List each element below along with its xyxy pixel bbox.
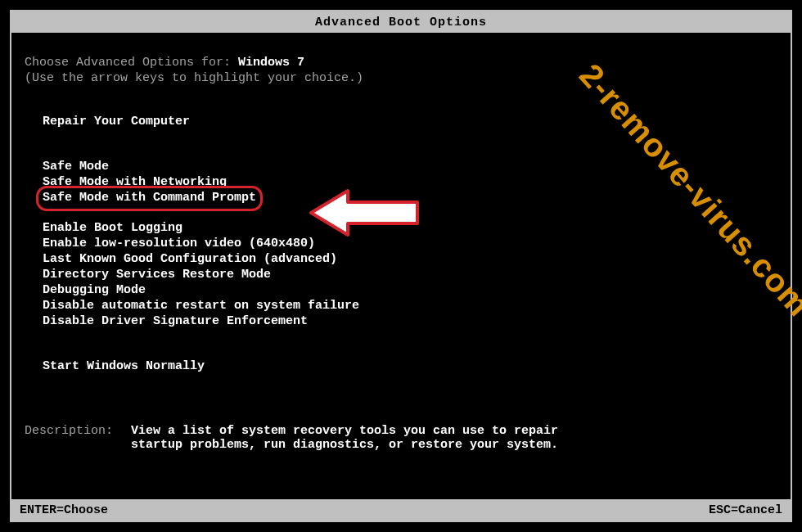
option-no-driver-sig[interactable]: Disable Driver Signature Enforcement [43,314,308,328]
description-text: View a list of system recovery tools you… [131,424,589,452]
options-list: Repair Your Computer Safe Mode Safe Mode… [43,115,777,375]
description-label: Description: [25,424,131,452]
footer-esc-hint: ESC=Cancel [709,503,782,517]
footer-enter-hint: ENTER=Choose [20,503,108,517]
content-area: Choose Advanced Options for: Windows 7 (… [11,33,791,452]
title-bar: Advanced Boot Options [11,11,791,33]
option-no-auto-restart[interactable]: Disable automatic restart on system fail… [43,299,359,313]
intro-hint: (Use the arrow keys to highlight your ch… [25,71,777,85]
window-title: Advanced Boot Options [315,16,487,29]
boot-options-window: Advanced Boot Options Choose Advanced Op… [10,10,792,522]
os-name: Windows 7 [238,56,304,70]
option-repair[interactable]: Repair Your Computer [43,115,190,128]
option-boot-logging[interactable]: Enable Boot Logging [43,221,182,235]
footer-bar: ENTER=Choose ESC=Cancel [11,499,791,521]
option-ds-restore[interactable]: Directory Services Restore Mode [43,268,271,282]
option-last-known-good[interactable]: Last Known Good Configuration (advanced) [43,252,337,266]
option-start-normally[interactable]: Start Windows Normally [43,359,205,373]
option-low-res[interactable]: Enable low-resolution video (640x480) [43,237,315,250]
option-safe-mode[interactable]: Safe Mode [43,160,109,174]
intro-prefix: Choose Advanced Options for: [25,56,238,70]
intro-line: Choose Advanced Options for: Windows 7 [25,56,777,70]
description-block: Description: View a list of system recov… [25,424,777,452]
selection-highlight-ring [36,186,263,211]
option-debugging[interactable]: Debugging Mode [43,283,146,297]
option-safe-mode-cmd-selected[interactable]: Safe Mode with Command Prompt [43,191,256,206]
